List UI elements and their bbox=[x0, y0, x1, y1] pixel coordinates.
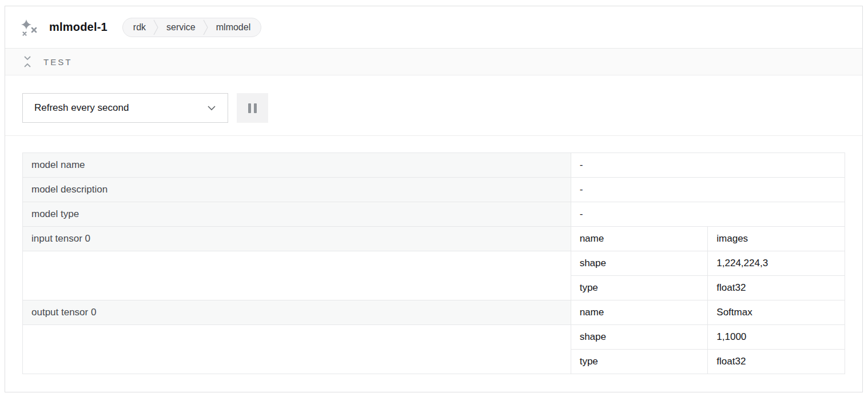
table-row: shape 1,224,224,3 bbox=[23, 251, 845, 276]
row-label-spacer bbox=[23, 325, 571, 374]
row-value: - bbox=[571, 178, 845, 202]
tensor-field-key: shape bbox=[571, 251, 708, 276]
refresh-toolbar: Refresh every second bbox=[5, 75, 862, 136]
model-info-table: model name - model description - model t… bbox=[22, 153, 845, 374]
test-section-header[interactable]: TEST bbox=[5, 49, 862, 75]
table-row: input tensor 0 name images bbox=[23, 227, 845, 251]
resource-card: mlmodel-1 rdk service mlmodel TEST Refre… bbox=[5, 6, 863, 392]
collapse-vertical-icon[interactable] bbox=[23, 55, 32, 68]
row-label: output tensor 0 bbox=[23, 300, 571, 325]
table-row: model type - bbox=[23, 202, 845, 227]
row-label-spacer bbox=[23, 251, 571, 300]
row-label: input tensor 0 bbox=[23, 227, 571, 251]
tensor-field-value: float32 bbox=[708, 350, 845, 374]
tensor-field-key: name bbox=[571, 227, 708, 251]
ml-sparkles-icon bbox=[19, 18, 38, 37]
tensor-field-value: float32 bbox=[708, 276, 845, 300]
tensor-field-key: shape bbox=[571, 325, 708, 350]
breadcrumb-separator-icon bbox=[202, 18, 209, 37]
row-label: model name bbox=[23, 153, 571, 178]
table-row: output tensor 0 name Softmax bbox=[23, 300, 845, 325]
row-value: - bbox=[571, 153, 845, 178]
chevron-down-icon bbox=[207, 102, 216, 114]
pause-button[interactable] bbox=[237, 93, 268, 123]
card-header: mlmodel-1 rdk service mlmodel bbox=[5, 6, 862, 49]
tensor-field-key: type bbox=[571, 350, 708, 374]
tensor-field-value: 1,1000 bbox=[708, 325, 845, 350]
breadcrumb-separator-icon bbox=[153, 18, 160, 37]
test-section-label: TEST bbox=[43, 57, 72, 67]
tensor-field-key: name bbox=[571, 300, 708, 325]
table-row: model name - bbox=[23, 153, 845, 178]
breadcrumb: rdk service mlmodel bbox=[122, 18, 261, 37]
tensor-field-value: images bbox=[708, 227, 845, 251]
tensor-field-key: type bbox=[571, 276, 708, 300]
refresh-interval-select[interactable]: Refresh every second bbox=[22, 93, 228, 123]
row-value: - bbox=[571, 202, 845, 227]
table-row: model description - bbox=[23, 178, 845, 202]
breadcrumb-item-mlmodel: mlmodel bbox=[216, 22, 250, 33]
tensor-field-value: Softmax bbox=[708, 300, 845, 325]
table-row: shape 1,1000 bbox=[23, 325, 845, 350]
refresh-interval-value: Refresh every second bbox=[34, 102, 129, 114]
breadcrumb-item-service: service bbox=[166, 22, 196, 33]
pause-icon bbox=[248, 103, 251, 113]
breadcrumb-item-rdk: rdk bbox=[133, 22, 146, 33]
resource-title: mlmodel-1 bbox=[49, 21, 107, 34]
row-label: model type bbox=[23, 202, 571, 227]
test-results-panel: model name - model description - model t… bbox=[5, 136, 862, 374]
tensor-field-value: 1,224,224,3 bbox=[708, 251, 845, 276]
row-label: model description bbox=[23, 178, 571, 202]
